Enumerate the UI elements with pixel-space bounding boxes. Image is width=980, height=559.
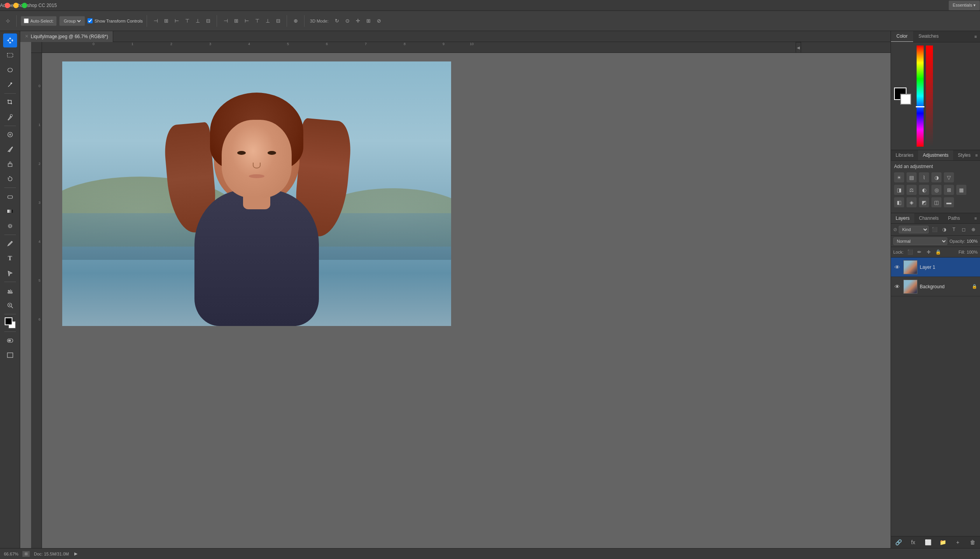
tool-history[interactable] xyxy=(3,172,17,186)
align-bottom-icon[interactable]: ⊟ xyxy=(203,16,213,26)
3d-rotate-icon[interactable]: ↻ xyxy=(332,16,342,26)
adj-colorbal-icon[interactable]: ⚖ xyxy=(906,185,917,195)
tool-type[interactable]: T xyxy=(3,251,17,265)
canvas-container[interactable]: 0 1 2 3 4 5 6 7 8 9 10 0 1 2 3 xyxy=(31,42,891,548)
new-layer-icon[interactable]: + xyxy=(954,538,962,547)
tool-gradient[interactable] xyxy=(3,204,17,218)
dist-middle-v-icon[interactable]: ⊥ xyxy=(263,16,272,26)
tool-pen[interactable] xyxy=(3,237,17,251)
color-panel-menu[interactable]: ≡ xyxy=(975,31,980,42)
layers-list[interactable]: 👁 Layer 1 👁 Background 🔒 xyxy=(891,258,980,536)
adj-exposure-icon[interactable]: ◑ xyxy=(931,172,942,182)
3d-orbit-icon[interactable]: ⊙ xyxy=(343,16,352,26)
lock-all-icon[interactable]: 🔒 xyxy=(934,249,942,256)
delete-layer-icon[interactable]: 🗑 xyxy=(968,538,977,547)
status-arrow[interactable]: ▶ xyxy=(73,551,79,557)
adj-threshold-icon[interactable]: ◩ xyxy=(919,197,929,207)
tool-hand[interactable] xyxy=(3,284,17,298)
align-middle-v-icon[interactable]: ⊥ xyxy=(193,16,202,26)
lock-image-icon[interactable]: ✏ xyxy=(916,249,923,256)
align-left-icon[interactable]: ⊣ xyxy=(151,16,160,26)
fill-value[interactable]: 100% xyxy=(967,250,978,254)
adj-invert-icon[interactable]: ◧ xyxy=(894,197,904,207)
align-center-h-icon[interactable]: ⊞ xyxy=(161,16,171,26)
tool-marquee[interactable] xyxy=(3,48,17,62)
tool-lasso[interactable] xyxy=(3,63,17,77)
status-extra-icon[interactable]: ⊞ xyxy=(22,551,30,557)
fg-bg-colors[interactable] xyxy=(894,88,911,105)
foreground-bg-colors[interactable] xyxy=(3,316,17,330)
filter-adjust-icon[interactable]: ◑ xyxy=(940,225,948,234)
auto-select-checkbox[interactable] xyxy=(24,18,29,23)
maximize-button[interactable] xyxy=(22,3,27,8)
adj-photofilter-icon[interactable]: ◎ xyxy=(931,185,942,195)
auto-select-toggle[interactable]: Auto-Select: xyxy=(21,16,57,26)
layer-item-1[interactable]: 👁 Layer 1 xyxy=(891,258,980,277)
dist-right-icon[interactable]: ⊢ xyxy=(242,16,251,26)
document-tab[interactable]: ✕ LiquifyImage.jpeg @ 66.7% (RGB/8*) xyxy=(20,31,113,42)
group-select-dropdown[interactable]: Group xyxy=(59,16,85,26)
filter-type-icon[interactable]: T xyxy=(950,225,958,234)
tool-zoom[interactable] xyxy=(3,298,17,312)
adj-curves-icon[interactable]: ⌇ xyxy=(919,172,929,182)
filter-shape-icon[interactable]: ◻ xyxy=(959,225,968,234)
layers-tab[interactable]: Layers xyxy=(891,213,914,223)
tool-path-sel[interactable] xyxy=(3,266,17,280)
new-group-icon[interactable]: 📁 xyxy=(939,538,947,547)
adj-panel-menu[interactable]: ≡ xyxy=(975,150,980,160)
adj-brightness-icon[interactable]: ☀ xyxy=(894,172,904,182)
lock-transparent-icon[interactable]: ⬛ xyxy=(906,249,914,256)
add-mask-icon[interactable]: ⬜ xyxy=(924,538,932,547)
tool-magic-wand[interactable] xyxy=(3,78,17,92)
tool-screen-mode[interactable] xyxy=(3,348,17,362)
3d-pan-icon[interactable]: ✛ xyxy=(354,16,363,26)
adj-selectcolor-icon[interactable]: ◫ xyxy=(931,197,942,207)
move-tool-icon[interactable]: ⊹ xyxy=(3,16,12,26)
adj-channelmix-icon[interactable]: ⊞ xyxy=(944,185,954,195)
distribute-extra-icon[interactable]: ⊕ xyxy=(291,16,300,26)
alpha-strip[interactable] xyxy=(926,46,933,147)
tool-stamp[interactable] xyxy=(3,157,17,171)
minimize-button[interactable] xyxy=(13,3,19,8)
tool-crop[interactable] xyxy=(3,95,17,109)
dist-left-icon[interactable]: ⊣ xyxy=(221,16,230,26)
tool-healing[interactable] xyxy=(3,128,17,142)
tool-move[interactable] xyxy=(3,33,17,47)
layer-1-visibility[interactable]: 👁 xyxy=(893,263,901,271)
hue-strip[interactable] xyxy=(917,46,924,147)
tool-eraser[interactable] xyxy=(3,189,17,203)
adj-hsl-icon[interactable]: ◨ xyxy=(894,185,904,195)
3d-slide-icon[interactable]: ⊞ xyxy=(364,16,373,26)
close-tab-icon[interactable]: ✕ xyxy=(25,34,28,39)
color-tab[interactable]: Color xyxy=(891,31,913,42)
close-button[interactable] xyxy=(5,3,10,8)
adj-posterize-icon[interactable]: ◈ xyxy=(906,197,917,207)
background-color[interactable] xyxy=(900,94,911,105)
tool-brush[interactable] xyxy=(3,142,17,156)
panel-collapse-button[interactable]: ◀ xyxy=(796,42,801,53)
align-top-icon[interactable]: ⊤ xyxy=(182,16,192,26)
add-style-icon[interactable]: fx xyxy=(909,538,917,547)
tool-quick-mask[interactable] xyxy=(3,333,17,347)
filter-pixel-icon[interactable]: ⬛ xyxy=(930,225,939,234)
layer-item-background[interactable]: 👁 Background 🔒 xyxy=(891,277,980,296)
styles-tab[interactable]: Styles xyxy=(953,150,975,160)
essentials-button[interactable]: Essentials ▾ xyxy=(948,0,980,11)
tool-blur[interactable] xyxy=(3,219,17,233)
transform-controls-checkbox[interactable] xyxy=(88,18,93,23)
channels-tab[interactable]: Channels xyxy=(914,213,943,223)
blend-mode-select[interactable]: Normal xyxy=(893,237,947,245)
adj-vibrance-icon[interactable]: ▽ xyxy=(944,172,954,182)
adj-bw-icon[interactable]: ◐ xyxy=(919,185,929,195)
3d-scale-icon[interactable]: ⊘ xyxy=(374,16,384,26)
adj-gradient-map-icon[interactable]: ▬ xyxy=(944,197,954,207)
filter-smart-icon[interactable]: ⊕ xyxy=(969,225,978,234)
adj-levels-icon[interactable]: ▤ xyxy=(906,172,917,182)
layers-panel-menu[interactable]: ≡ xyxy=(975,213,980,223)
link-layers-icon[interactable]: 🔗 xyxy=(894,538,903,547)
paths-tab[interactable]: Paths xyxy=(943,213,965,223)
align-right-icon[interactable]: ⊢ xyxy=(172,16,181,26)
swatches-tab[interactable]: Swatches xyxy=(913,31,944,42)
libraries-tab[interactable]: Libraries xyxy=(891,150,918,160)
dist-center-h-icon[interactable]: ⊞ xyxy=(231,16,241,26)
